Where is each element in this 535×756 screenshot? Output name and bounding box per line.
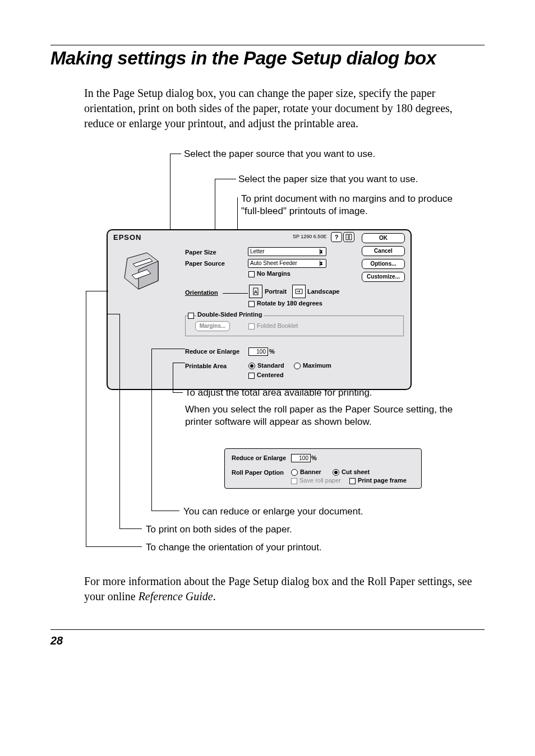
help-icon[interactable]: ?: [331, 232, 342, 242]
svg-rect-1: [349, 234, 352, 240]
model-label: SP 1290 6.50E: [293, 234, 326, 239]
label-printable-area: Printable Area: [185, 363, 227, 369]
page-title: Making settings in the Page Setup dialog…: [50, 48, 485, 69]
label-banner: Banner: [300, 469, 321, 475]
callout-paper-size: Select the paper size that you want to u…: [238, 173, 418, 185]
svg-rect-0: [346, 234, 348, 240]
paper-size-value: Letter: [250, 248, 265, 254]
callout-duplex: To print on both sides of the paper.: [146, 523, 292, 536]
label-orientation: Orientation: [185, 289, 218, 296]
label-centered: Centered: [257, 372, 284, 378]
reference-guide-link: Reference Guide: [139, 590, 213, 602]
label-double-sided: Double-Sided Printing: [196, 311, 264, 318]
page-setup-dialog: EPSON SP 1290 6.50E ? Paper Size Letter …: [107, 229, 412, 390]
label-paper-source: Paper Source: [185, 260, 225, 267]
cut-sheet-radio[interactable]: [333, 469, 339, 476]
cancel-button[interactable]: Cancel: [362, 246, 405, 256]
diagram: Select the paper source that you want to…: [50, 148, 485, 557]
utility-icon[interactable]: [343, 232, 354, 242]
options-button[interactable]: Options...: [362, 259, 405, 269]
paper-source-select[interactable]: Auto Sheet Feeder ▲ ▼: [248, 259, 326, 268]
rule-bottom: [50, 629, 485, 630]
label-save-roll: Save roll paper: [299, 477, 341, 484]
standard-radio[interactable]: [248, 363, 255, 369]
label-standard: Standard: [257, 362, 284, 369]
footer-text-b: .: [213, 590, 216, 602]
margins-button[interactable]: Margins...: [195, 321, 230, 331]
percent-symbol-2: %: [311, 454, 317, 461]
brand-label: EPSON: [113, 233, 142, 242]
banner-radio[interactable]: [291, 469, 298, 476]
label-print-frame: Print page frame: [358, 477, 407, 484]
rule-top: [50, 45, 485, 45]
percent-symbol: %: [269, 348, 275, 355]
label-roll-option: Roll Paper Option: [232, 469, 284, 476]
label-maximum: Maximum: [303, 362, 331, 369]
save-roll-checkbox[interactable]: [291, 478, 297, 484]
double-sided-checkbox[interactable]: [188, 313, 194, 319]
label-cut-sheet: Cut sheet: [342, 469, 370, 475]
reduce-enlarge-input-2[interactable]: 100: [291, 454, 311, 462]
callout-reduce: You can reduce or enlarge your document.: [183, 505, 363, 518]
roll-paper-panel: Reduce or Enlarge 100 % Roll Paper Optio…: [224, 448, 422, 489]
callout-roll-note: When you select the roll paper as the Pa…: [185, 403, 454, 428]
paper-source-value: Auto Sheet Feeder: [250, 260, 297, 266]
label-folded: Folded Booklet: [257, 322, 298, 329]
label-landscape: Landscape: [307, 288, 339, 295]
callout-paper-source: Select the paper source that you want to…: [184, 148, 375, 160]
callout-printable-area: To adjust the total area available for p…: [185, 387, 372, 399]
print-frame-checkbox[interactable]: [349, 478, 356, 484]
svg-text:A: A: [254, 289, 258, 295]
portrait-toggle[interactable]: A: [249, 285, 262, 298]
label-reduce-enlarge: Reduce or Enlarge: [185, 348, 239, 355]
callout-orientation: To change the orientation of your printo…: [146, 541, 322, 554]
no-margins-checkbox[interactable]: [248, 271, 255, 277]
landscape-toggle[interactable]: [292, 285, 306, 298]
maximum-radio[interactable]: [294, 363, 301, 369]
printer-illustration: [116, 250, 164, 295]
callout-no-margins: To print document with no margins and to…: [241, 193, 454, 217]
label-rotate: Rotate by 180 degrees: [257, 300, 322, 307]
label-reduce-enlarge-2: Reduce or Enlarge: [232, 454, 286, 461]
page-number: 28: [50, 634, 485, 647]
intro-paragraph: In the Page Setup dialog box, you can ch…: [84, 86, 485, 131]
label-paper-size: Paper Size: [185, 249, 216, 256]
label-portrait: Portrait: [265, 288, 287, 295]
reduce-enlarge-input[interactable]: 100: [248, 347, 268, 356]
footer-paragraph: For more information about the Page Setu…: [84, 574, 485, 604]
ok-button[interactable]: OK: [362, 233, 405, 243]
paper-size-select[interactable]: Letter ▲ ▼: [248, 247, 326, 256]
label-no-margins: No Margins: [257, 270, 290, 277]
customize-button[interactable]: Customize...: [362, 272, 405, 282]
folded-checkbox[interactable]: [248, 323, 255, 330]
rotate-checkbox[interactable]: [248, 301, 255, 307]
centered-checkbox[interactable]: [248, 373, 255, 379]
